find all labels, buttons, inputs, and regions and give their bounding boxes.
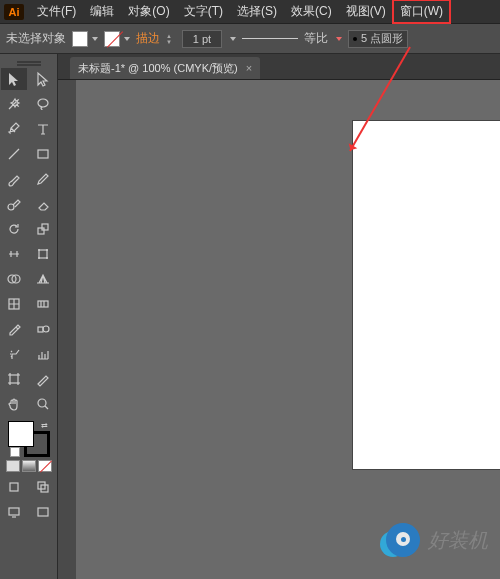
swap-colors-icon[interactable]: ⇄ [41, 421, 48, 430]
menu-view[interactable]: 视图(V) [339, 0, 393, 23]
toolbox-handle[interactable] [0, 58, 57, 66]
brush-dot-icon [353, 37, 357, 41]
screen-mode[interactable] [1, 501, 27, 523]
perspective-grid-tool[interactable] [30, 268, 56, 290]
change-screen-mode[interactable] [30, 501, 56, 523]
stroke-profile-label: 等比 [304, 30, 328, 47]
options-bar: 未选择对象 描边 ▲▼ 1 pt 等比 5 点圆形 [0, 24, 500, 54]
free-transform-tool[interactable] [30, 243, 56, 265]
svg-rect-2 [38, 228, 44, 234]
symbol-sprayer-tool[interactable] [1, 343, 27, 365]
svg-rect-0 [38, 150, 48, 158]
fill-mode-none[interactable] [38, 460, 52, 472]
selection-status: 未选择对象 [6, 30, 66, 47]
stroke-weight-stepper[interactable]: ▲▼ [166, 30, 176, 48]
fill-mode-color[interactable] [6, 460, 20, 472]
svg-point-6 [46, 249, 48, 251]
fill-mode-row [0, 460, 57, 472]
rectangle-tool[interactable] [30, 143, 56, 165]
svg-point-5 [38, 249, 40, 251]
app-logo: Ai [4, 4, 24, 20]
svg-rect-4 [39, 250, 47, 258]
document-tab[interactable]: 未标题-1* @ 100% (CMYK/预览) × [70, 57, 260, 79]
fill-swatch-caret-icon[interactable] [92, 37, 98, 41]
lasso-tool[interactable] [30, 93, 56, 115]
pen-tool[interactable] [1, 118, 27, 140]
blob-brush-tool[interactable] [1, 193, 27, 215]
menu-effect[interactable]: 效果(C) [284, 0, 339, 23]
selection-tool[interactable] [1, 68, 27, 90]
menu-bar: Ai 文件(F) 编辑 对象(O) 文字(T) 选择(S) 效果(C) 视图(V… [0, 0, 500, 24]
watermark: 好装机 [386, 523, 488, 557]
pencil-tool[interactable] [30, 168, 56, 190]
artboard-tool[interactable] [1, 368, 27, 390]
toolbox: ⇄ [0, 54, 58, 579]
column-graph-tool[interactable] [30, 343, 56, 365]
menu-object[interactable]: 对象(O) [121, 0, 176, 23]
stroke-swatch[interactable] [104, 31, 120, 47]
watermark-text: 好装机 [428, 527, 488, 554]
canvas-area[interactable] [76, 80, 500, 579]
stroke-label[interactable]: 描边 [136, 30, 160, 47]
document-tab-title: 未标题-1* @ 100% (CMYK/预览) [78, 61, 238, 76]
svg-rect-13 [38, 327, 43, 332]
stroke-weight-caret-icon[interactable] [230, 37, 236, 41]
brush-definition[interactable]: 5 点圆形 [348, 30, 408, 48]
svg-rect-21 [38, 508, 48, 516]
eraser-tool[interactable] [30, 193, 56, 215]
watermark-logo-icon [386, 523, 420, 557]
shape-builder-tool[interactable] [1, 268, 27, 290]
svg-point-7 [38, 257, 40, 259]
stroke-profile-sample[interactable] [242, 34, 298, 44]
close-tab-icon[interactable]: × [246, 62, 252, 74]
fill-swatch[interactable] [72, 31, 88, 47]
svg-rect-20 [9, 508, 19, 515]
mesh-tool[interactable] [1, 293, 27, 315]
svg-rect-12 [38, 301, 48, 307]
menu-file[interactable]: 文件(F) [30, 0, 83, 23]
hand-tool[interactable] [1, 393, 27, 415]
draw-mode-normal[interactable] [1, 476, 27, 498]
svg-point-16 [38, 399, 46, 407]
rotate-tool[interactable] [1, 218, 27, 240]
stroke-weight-field[interactable]: 1 pt [182, 30, 222, 48]
width-tool[interactable] [1, 243, 27, 265]
direct-selection-tool[interactable] [30, 68, 56, 90]
document-tab-bar: 未标题-1* @ 100% (CMYK/预览) × [0, 54, 500, 80]
line-tool[interactable] [1, 143, 27, 165]
menu-window[interactable]: 窗口(W) [393, 0, 450, 23]
type-tool[interactable] [30, 118, 56, 140]
scale-tool[interactable] [30, 218, 56, 240]
draw-mode-behind[interactable] [30, 476, 56, 498]
fill-color-box[interactable] [8, 421, 34, 447]
svg-point-14 [43, 326, 49, 332]
svg-rect-15 [10, 375, 18, 383]
artboard[interactable] [352, 120, 500, 470]
svg-point-8 [46, 257, 48, 259]
menu-edit[interactable]: 编辑 [83, 0, 121, 23]
stroke-swatch-caret-icon[interactable] [124, 37, 130, 41]
brush-label: 5 点圆形 [361, 31, 403, 46]
default-colors-icon[interactable] [10, 447, 20, 457]
blend-tool[interactable] [30, 318, 56, 340]
svg-rect-3 [42, 224, 48, 230]
stroke-profile-caret-icon[interactable] [336, 37, 342, 41]
menu-select[interactable]: 选择(S) [230, 0, 284, 23]
magic-wand-tool[interactable] [1, 93, 27, 115]
zoom-tool[interactable] [30, 393, 56, 415]
eyedropper-tool[interactable] [1, 318, 27, 340]
gradient-tool[interactable] [30, 293, 56, 315]
svg-rect-17 [10, 483, 18, 491]
menu-text[interactable]: 文字(T) [177, 0, 230, 23]
color-well[interactable]: ⇄ [8, 421, 50, 457]
fill-mode-gradient[interactable] [22, 460, 36, 472]
slice-tool[interactable] [30, 368, 56, 390]
paintbrush-tool[interactable] [1, 168, 27, 190]
